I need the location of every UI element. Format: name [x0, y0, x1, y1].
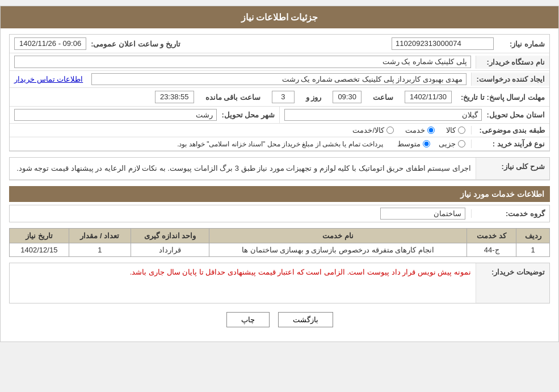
- services-table: ردیف کد خدمت نام خدمت واحد اندازه گیری ت…: [9, 228, 550, 257]
- nooe-motevaset[interactable]: متوسط: [397, 140, 430, 148]
- col-tedad: تعداد / مقدار: [69, 229, 131, 243]
- tabaqe-khedmat[interactable]: خدمت: [405, 126, 435, 134]
- tabaqe-kala[interactable]: کالا: [446, 126, 465, 134]
- ijad-konande-value: مهدی بهبودی کاربرداز پلی کلینیک تخصصی شم…: [91, 73, 466, 85]
- col-radif: ردیف: [516, 229, 550, 243]
- col-kod: کد خدمت: [466, 229, 516, 243]
- mohlat-label: مهلت ارسال پاسخ: تا تاریخ:: [460, 93, 545, 102]
- col-name: نام خدمت: [209, 229, 467, 243]
- tabaqe-kala-khedmat[interactable]: کالا/خدمت: [352, 126, 394, 134]
- sharh-label: شرح کلی نیاز:: [476, 158, 549, 179]
- cell-name: انجام کارهای متفرقه درخصوص بازسازی و بهس…: [209, 243, 467, 257]
- nooe-jozi[interactable]: جزیی: [439, 140, 465, 148]
- group-label: گروه خدمت:: [471, 209, 545, 218]
- buttons-row: بازگشت چاپ: [9, 312, 550, 336]
- nam-dastgah-value: پلی کلینیک شماره یک رشت: [14, 56, 471, 68]
- tarikh-elan-value: 1402/11/26 - 09:06: [14, 37, 86, 50]
- tabaqe-label: طبقه بندی موضوعی:: [471, 126, 545, 134]
- sharh-value: اجرای سیستم اطفای حریق اتوماتیک با کلیه …: [10, 158, 476, 179]
- group-value: ساختمان: [380, 208, 465, 220]
- table-row: 1 ج-44 انجام کارهای متفرقه درخصوص بازساز…: [10, 243, 550, 257]
- mohlat-rooz-label: روز و: [306, 93, 322, 102]
- tabaqe-radio-group: کالا خدمت کالا/خدمت: [347, 126, 471, 134]
- ostaan-value: گیلان: [284, 109, 482, 121]
- ostaan-label: استان محل تحویل:: [486, 111, 545, 119]
- khadamat-title: اطلاعات خدمات مورد نیاز: [9, 186, 550, 202]
- page-title: جزئیات اطلاعات نیاز: [1, 6, 558, 28]
- back-button[interactable]: بازگشت: [278, 312, 333, 327]
- cell-vahed: قرارداد: [131, 243, 209, 257]
- mohlat-date: 1402/11/30: [405, 91, 452, 103]
- print-button[interactable]: چاپ: [226, 312, 270, 327]
- shomara-niaz-value: 1102092313000074: [392, 37, 494, 50]
- mohlat-baqi-label: ساعت باقی مانده: [205, 93, 260, 102]
- cell-tedad: 1: [69, 243, 131, 257]
- shomara-niaz-label: شماره نیاز:: [499, 40, 545, 48]
- tarikh-elan-label: تاریخ و ساعت اعلان عمومی:: [91, 40, 180, 48]
- mohlat-saat-label: ساعت: [373, 93, 393, 102]
- mohlat-saat-value: 09:30: [333, 91, 362, 103]
- shahr-label: شهر محل تحویل:: [221, 111, 275, 119]
- tosehat-value: نمونه پیش نویس قرار داد پیوست است. الزام…: [10, 263, 476, 303]
- mohlat-baqi-value: 23:38:55: [155, 91, 194, 103]
- cell-tarikh: 1402/12/15: [10, 243, 69, 257]
- nooe-desc: پرداخت تمام یا بخشی از مبلغ خریداز محل "…: [177, 140, 383, 148]
- nooe-radio-group: جزیی متوسط پرداخت تمام یا بخشی از مبلغ خ…: [171, 140, 471, 148]
- mohlat-rooz-value: 3: [272, 91, 295, 103]
- cell-kod: ج-44: [466, 243, 516, 257]
- col-tarikh: تاریخ نیاز: [10, 229, 69, 243]
- nooe-label: نوع فرآیند خرید :: [471, 140, 545, 148]
- col-vahed: واحد اندازه گیری: [131, 229, 209, 243]
- cell-radif: 1: [516, 243, 550, 257]
- nam-dastgah-label: نام دستگاه خریدار:: [476, 56, 549, 69]
- shahr-value: رشت: [14, 109, 217, 121]
- tosehat-label: توضیحات خریدار:: [476, 263, 549, 303]
- contact-info-link[interactable]: اطلاعات تماس خریدار: [14, 75, 83, 83]
- ijad-konande-label: ایجاد کننده درخواست:: [471, 73, 549, 86]
